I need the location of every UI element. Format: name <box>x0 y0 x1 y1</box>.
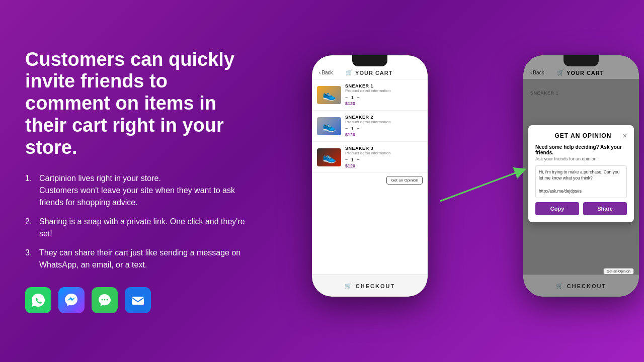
item-price-3: $120 <box>345 163 423 168</box>
item-price-2: $120 <box>345 132 423 137</box>
phone-2-notch <box>564 55 599 66</box>
cart-items-1: 👟 SNEAKER 1 Product detail information −… <box>312 79 428 188</box>
phones-area: ‹ Back 🛒 YOUR CART 👟 SNEAKER 1 Product d… <box>282 0 644 362</box>
phone-1-screen: ‹ Back 🛒 YOUR CART 👟 SNEAKER 1 Product d… <box>312 55 428 297</box>
cart-title-1: 🛒 YOUR CART <box>333 69 406 76</box>
back-chevron-icon: ‹ <box>319 70 320 75</box>
get-opinion-modal: GET AN OPINION × Need some help deciding… <box>528 125 634 222</box>
copy-button[interactable]: Copy <box>535 202 579 215</box>
modal-actions: Copy Share <box>535 202 627 215</box>
checkout-label-1: CHECKOUT <box>356 283 395 289</box>
qty-minus-3[interactable]: − <box>345 157 348 162</box>
whatsapp-icon <box>25 287 51 313</box>
modal-ask-label: Ask your friends for an opinion. <box>535 156 627 161</box>
get-opinion-button-1[interactable]: Get an Opinion <box>386 176 423 185</box>
item-detail-1: Product detail information <box>345 88 423 93</box>
feature-2-title: Sharing is a snap with a private link. O… <box>39 217 245 238</box>
svg-rect-3 <box>132 297 144 305</box>
mail-icon <box>125 287 151 313</box>
cart-icon-1: 🛒 <box>346 69 353 76</box>
qty-plus-1[interactable]: + <box>357 95 360 100</box>
messenger-icon <box>58 287 85 313</box>
checkout-footer-1[interactable]: 🛒 CHECKOUT <box>312 275 428 297</box>
qty-val-3: 1 <box>351 157 354 162</box>
item-info-1: SNEAKER 1 Product detail information − 1… <box>345 83 423 106</box>
svg-point-1 <box>104 299 106 301</box>
qty-val-1: 1 <box>351 95 354 100</box>
feature-1-title: Cartpinion lives right in your store. <box>39 174 161 183</box>
svg-point-2 <box>107 299 108 301</box>
item-qty-3: − 1 + <box>345 157 423 162</box>
qty-plus-2[interactable]: + <box>357 126 360 131</box>
share-button[interactable]: Share <box>583 202 627 215</box>
item-price-1: $120 <box>345 101 423 106</box>
feature-list: Cartpinion lives right in your store. Cu… <box>25 172 257 271</box>
item-detail-3: Product detail information <box>345 151 423 155</box>
feature-1-body: Customers won't leave your site when the… <box>39 186 235 207</box>
left-panel: Customers can quickly invite friends to … <box>0 29 282 333</box>
sneaker-2-image: 👟 <box>317 117 341 135</box>
modal-title: GET AN OPINION <box>543 132 623 139</box>
imessage-icon <box>92 287 118 313</box>
item-name-1: SNEAKER 1 <box>345 83 423 88</box>
modal-close-button[interactable]: × <box>623 132 627 139</box>
phone-1-notch <box>352 55 387 66</box>
phone-1: ‹ Back 🛒 YOUR CART 👟 SNEAKER 1 Product d… <box>312 55 428 297</box>
headline: Customers can quickly invite friends to … <box>25 49 257 158</box>
item-qty-1: − 1 + <box>345 95 423 100</box>
back-button-1[interactable]: ‹ Back <box>319 70 333 75</box>
app-icons-row <box>25 287 257 313</box>
qty-minus-1[interactable]: − <box>345 95 348 100</box>
item-info-3: SNEAKER 3 Product detail information − 1… <box>345 146 423 168</box>
feature-item-1: Cartpinion lives right in your store. Cu… <box>25 172 257 209</box>
qty-minus-2[interactable]: − <box>345 126 348 131</box>
cart-item-3: 👟 SNEAKER 3 Product detail information −… <box>312 142 428 173</box>
checkout-cart-icon-1: 🛒 <box>345 283 353 289</box>
modal-subtitle: Need some help deciding? Ask your friend… <box>535 144 627 155</box>
modal-header: GET AN OPINION × <box>535 132 627 139</box>
item-detail-2: Product detail information <box>345 120 423 124</box>
qty-plus-3[interactable]: + <box>357 157 360 162</box>
back-label-1: Back <box>321 70 333 75</box>
sneaker-3-image: 👟 <box>317 148 341 166</box>
modal-message-textarea[interactable]: Hi, I'm trying to make a purchase. Can y… <box>535 165 627 198</box>
svg-point-0 <box>102 299 103 301</box>
qty-val-2: 1 <box>351 126 354 131</box>
cart-item-2: 👟 SNEAKER 2 Product detail information −… <box>312 111 428 142</box>
opinion-btn-wrap: Get an Opinion <box>312 173 428 188</box>
feature-item-3: They can share their cart just like send… <box>25 247 257 271</box>
item-qty-2: − 1 + <box>345 126 423 131</box>
item-name-2: SNEAKER 2 <box>345 115 423 120</box>
item-name-3: SNEAKER 3 <box>345 146 423 151</box>
feature-item-2: Sharing is a snap with a private link. O… <box>25 216 257 240</box>
arrow <box>430 161 541 221</box>
feature-3-title: They can share their cart just like send… <box>39 248 240 269</box>
item-info-2: SNEAKER 2 Product detail information − 1… <box>345 115 423 137</box>
get-opinion-button-2[interactable]: Get an Opinion <box>603 268 634 275</box>
cart-item-1: 👟 SNEAKER 1 Product detail information −… <box>312 79 428 111</box>
sneaker-1-image: 👟 <box>317 86 341 104</box>
